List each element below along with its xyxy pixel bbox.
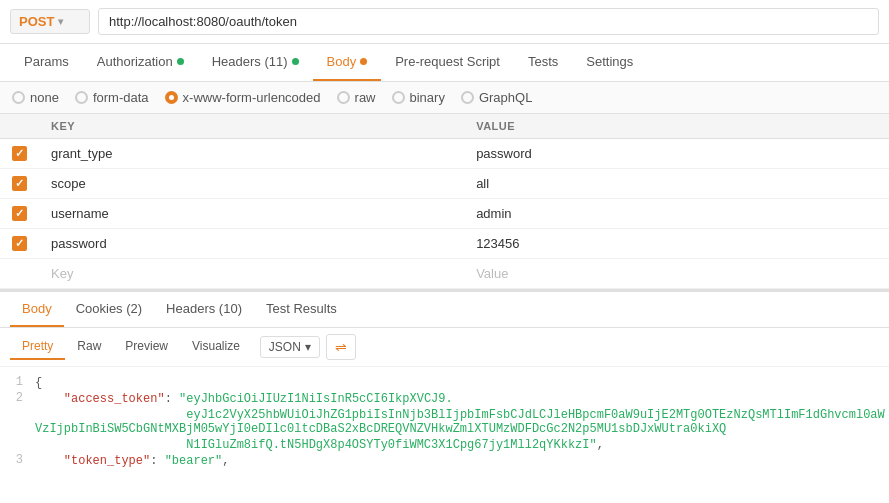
col-value-header: VALUE — [464, 114, 889, 139]
row-value[interactable]: all — [464, 169, 889, 199]
wrap-button[interactable]: ⇌ — [326, 334, 356, 360]
table-row: username admin — [0, 199, 889, 229]
format-chevron-icon: ▾ — [305, 340, 311, 354]
request-tabs: Params Authorization Headers (11) Body P… — [0, 44, 889, 82]
tab-settings-label: Settings — [586, 54, 633, 69]
row-checkbox[interactable] — [12, 206, 27, 221]
code-line-1: 1 { — [0, 375, 889, 391]
code-area: 1 { 2 "access_token": "eyJhbGciOiJIUzI1N… — [0, 367, 889, 477]
radio-binary — [392, 91, 405, 104]
response-tabs: Body Cookies (2) Headers (10) Test Resul… — [0, 292, 889, 328]
option-form-data[interactable]: form-data — [75, 90, 149, 105]
tab-authorization-label: Authorization — [97, 54, 173, 69]
row-value[interactable]: 123456 — [464, 229, 889, 259]
url-bar: POST ▾ — [0, 0, 889, 44]
tab-settings[interactable]: Settings — [572, 44, 647, 81]
format-select[interactable]: JSON ▾ — [260, 336, 320, 358]
tab-headers-label: Headers (11) — [212, 54, 288, 69]
tab-headers[interactable]: Headers (11) — [198, 44, 313, 81]
row-checkbox[interactable] — [12, 146, 27, 161]
tab-body-label: Body — [327, 54, 357, 69]
url-input[interactable] — [98, 8, 879, 35]
row-checkbox[interactable] — [12, 176, 27, 191]
headers-dot — [292, 58, 299, 65]
resp-btn-pretty[interactable]: Pretty — [10, 334, 65, 360]
tab-tests-label: Tests — [528, 54, 558, 69]
row-key[interactable]: grant_type — [39, 139, 464, 169]
row-checkbox-cell[interactable] — [0, 169, 39, 199]
row-checkbox-cell[interactable] — [0, 199, 39, 229]
option-raw[interactable]: raw — [337, 90, 376, 105]
col-check-header — [0, 114, 39, 139]
table-row: scope all — [0, 169, 889, 199]
body-dot — [360, 58, 367, 65]
option-none[interactable]: none — [12, 90, 59, 105]
tab-authorization[interactable]: Authorization — [83, 44, 198, 81]
table-placeholder-row: Key Value — [0, 259, 889, 289]
resp-btn-raw[interactable]: Raw — [65, 334, 113, 360]
radio-raw — [337, 91, 350, 104]
row-key[interactable]: password — [39, 229, 464, 259]
placeholder-value[interactable]: Value — [464, 259, 889, 289]
resp-tab-cookies[interactable]: Cookies (2) — [64, 292, 154, 327]
resp-btn-preview[interactable]: Preview — [113, 334, 180, 360]
resp-tab-body[interactable]: Body — [10, 292, 64, 327]
row-checkbox[interactable] — [12, 236, 27, 251]
code-line-3: 3 "token_type": "bearer", — [0, 453, 889, 469]
tab-body[interactable]: Body — [313, 44, 382, 81]
resp-tab-test-results[interactable]: Test Results — [254, 292, 349, 327]
radio-form-data — [75, 91, 88, 104]
col-key-header: KEY — [39, 114, 464, 139]
resp-tab-headers[interactable]: Headers (10) — [154, 292, 254, 327]
row-key[interactable]: scope — [39, 169, 464, 199]
row-key[interactable]: username — [39, 199, 464, 229]
tab-params[interactable]: Params — [10, 44, 83, 81]
authorization-dot — [177, 58, 184, 65]
response-section: Body Cookies (2) Headers (10) Test Resul… — [0, 289, 889, 477]
placeholder-key[interactable]: Key — [39, 259, 464, 289]
method-select[interactable]: POST ▾ — [10, 9, 90, 34]
option-x-www[interactable]: x-www-form-urlencoded — [165, 90, 321, 105]
tab-tests[interactable]: Tests — [514, 44, 572, 81]
method-label: POST — [19, 14, 54, 29]
code-line-2b: eyJ1c2VyX25hbWUiOiJhZG1pbiIsInNjb3BlIjpb… — [0, 407, 889, 437]
row-value[interactable]: password — [464, 139, 889, 169]
radio-graphql — [461, 91, 474, 104]
row-checkbox-cell[interactable] — [0, 139, 39, 169]
option-graphql[interactable]: GraphQL — [461, 90, 532, 105]
placeholder-check — [0, 259, 39, 289]
code-line-2c: N1IGluZm8ifQ.tN5HDgX8p4OSYTy0fiWMC3X1Cpg… — [0, 437, 889, 453]
params-table: KEY VALUE grant_type password scope all … — [0, 114, 889, 289]
tab-pre-request-label: Pre-request Script — [395, 54, 500, 69]
tab-pre-request[interactable]: Pre-request Script — [381, 44, 514, 81]
radio-x-www — [165, 91, 178, 104]
table-row: password 123456 — [0, 229, 889, 259]
radio-none — [12, 91, 25, 104]
method-chevron-icon: ▾ — [58, 16, 63, 27]
tab-params-label: Params — [24, 54, 69, 69]
table-row: grant_type password — [0, 139, 889, 169]
format-select-label: JSON — [269, 340, 301, 354]
row-checkbox-cell[interactable] — [0, 229, 39, 259]
option-binary[interactable]: binary — [392, 90, 445, 105]
code-line-2: 2 "access_token": "eyJhbGciOiJIUzI1NiIsI… — [0, 391, 889, 407]
row-value[interactable]: admin — [464, 199, 889, 229]
response-toolbar: Pretty Raw Preview Visualize JSON ▾ ⇌ — [0, 328, 889, 367]
resp-btn-visualize[interactable]: Visualize — [180, 334, 252, 360]
body-options: none form-data x-www-form-urlencoded raw… — [0, 82, 889, 114]
